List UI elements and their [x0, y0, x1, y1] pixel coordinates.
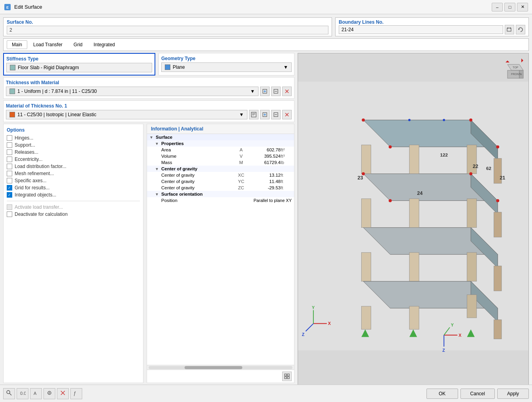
thickness-new-btn[interactable] [260, 87, 270, 96]
option-eccentricity-label: Eccentricity... [15, 157, 42, 162]
tree-area-row: Area A 602.78 ft² [147, 147, 294, 153]
close-button[interactable]: ✕ [517, 3, 528, 11]
thickness-dropdown[interactable]: 1 - Uniform | d : 7.874 in | 11 - C25/30… [6, 87, 258, 96]
tree-expand-surface[interactable]: ▼ [149, 135, 156, 140]
option-grid-results: ✓ Grid for results... [7, 184, 140, 191]
bottom-tool-number[interactable]: 0.0 [17, 388, 28, 399]
option-support-checkbox[interactable] [7, 142, 12, 148]
option-eccentricity: Eccentricity... [7, 156, 140, 163]
option-deactivate-checkbox[interactable] [7, 211, 12, 217]
tree-volume-value: 395.524 [249, 154, 281, 159]
info-header: Information | Analytical [147, 124, 294, 134]
material-info-btn[interactable] [249, 110, 258, 119]
tree-area-unit: ft² [281, 147, 292, 152]
tree-volume-key: V [233, 154, 249, 159]
option-specific-axes-checkbox[interactable] [7, 178, 12, 183]
svg-rect-69 [494, 320, 502, 339]
material-new-btn[interactable] [260, 110, 270, 119]
thickness-delete-btn[interactable] [282, 87, 292, 96]
tree-cgz-unit: ft [281, 185, 292, 190]
bottom-tool-function[interactable]: ƒ [70, 388, 82, 399]
option-releases-checkbox[interactable] [7, 149, 12, 155]
svg-text:A: A [34, 391, 37, 396]
material-edit-btn[interactable] [271, 110, 281, 119]
scroll-thumb [185, 366, 242, 369]
svg-text:Y: Y [451, 323, 454, 327]
tree-volume-unit: ft³ [281, 154, 292, 159]
svg-rect-42 [467, 253, 477, 281]
option-eccentricity-checkbox[interactable] [7, 157, 12, 162]
info-grid-icon-btn[interactable] [282, 372, 292, 381]
option-load-dist-checkbox[interactable] [7, 164, 12, 169]
thickness-edit-btn[interactable] [271, 87, 281, 96]
tree-area-key: A [233, 147, 249, 152]
tree-expand-cg[interactable]: ▼ [155, 167, 161, 171]
svg-marker-5 [519, 28, 520, 30]
option-releases: Releases... [7, 149, 140, 156]
geometry-dropdown[interactable]: Plane ▼ [161, 62, 292, 72]
option-mesh-ref-checkbox[interactable] [7, 171, 12, 176]
app-icon: E [4, 4, 11, 11]
tree-properties-row: ▼ Properties [147, 140, 294, 147]
navigation-cube[interactable]: TOP FRONT R [502, 57, 525, 80]
tree-orientation-section-row: ▼ Surface orientation [147, 191, 294, 197]
surface-no-section: Surface No. [3, 17, 332, 36]
geometry-value-text: Plane [173, 64, 283, 70]
tab-integrated[interactable]: Integrated [89, 40, 120, 49]
boundary-refresh-icon[interactable] [516, 25, 525, 34]
svg-rect-48 [409, 253, 419, 281]
tree-expand-properties[interactable]: ▼ [155, 142, 161, 146]
option-hinges-checkbox[interactable] [7, 135, 12, 141]
svg-rect-26 [285, 377, 287, 379]
option-activate-load: Activate load transfer... [7, 204, 140, 211]
bottom-tool-search[interactable] [3, 388, 15, 399]
geometry-section: Geometry Type Plane ▼ [158, 53, 294, 75]
option-grid-results-checkbox[interactable]: ✓ [7, 185, 12, 191]
bottom-tool-delete[interactable] [57, 388, 69, 399]
material-dropdown[interactable]: 11 - C25/30 | Isotropic | Linear Elastic… [6, 110, 247, 119]
info-tree: ▼ Surface ▼ Properties Area A 602.78 [147, 134, 294, 365]
surface-no-input[interactable] [7, 26, 328, 34]
tab-load-transfer[interactable]: Load Transfer [28, 40, 68, 49]
material-delete-btn[interactable] [282, 110, 292, 119]
tab-grid[interactable]: Grid [68, 40, 88, 49]
apply-button[interactable]: Apply [497, 389, 529, 399]
cancel-button[interactable]: Cancel [460, 389, 495, 399]
svg-point-56 [389, 199, 392, 202]
tree-cgy-unit: ft [281, 179, 292, 184]
boundary-select-icon[interactable] [505, 25, 514, 34]
ok-button[interactable]: OK [426, 389, 458, 399]
svg-rect-13 [251, 112, 256, 117]
svg-text:22: 22 [473, 164, 478, 169]
option-load-dist-label: Load distribution factor... [15, 164, 66, 169]
tree-volume-row: Volume V 395.524 ft³ [147, 153, 294, 159]
tree-orientation-section-label: Surface orientation [161, 192, 203, 196]
svg-text:E: E [6, 6, 9, 9]
minimize-button[interactable]: – [492, 3, 503, 11]
option-specific-axes-label: Specific axes... [15, 178, 47, 183]
thickness-row: 1 - Uniform | d : 7.874 in | 11 - C25/30… [6, 87, 292, 96]
svg-rect-68 [467, 295, 477, 318]
svg-point-51 [496, 145, 499, 149]
tree-expand-orientation[interactable]: ▼ [155, 192, 161, 196]
option-integrated-checkbox[interactable]: ✓ [7, 192, 12, 198]
maximize-button[interactable]: □ [504, 3, 515, 11]
svg-rect-37 [361, 145, 371, 174]
svg-text:X: X [458, 333, 462, 338]
thickness-label: Thickness with Material [6, 80, 292, 85]
option-deactivate: Deactivate for calculation [7, 211, 140, 218]
boundary-lines-input[interactable] [339, 25, 503, 34]
material-label: Material of Thickness No. 1 [6, 103, 292, 109]
tree-properties-label: Properties [161, 141, 184, 146]
bottom-tool-label[interactable]: A [30, 388, 42, 399]
bottom-tool-view[interactable] [43, 388, 55, 399]
tab-main[interactable]: Main [7, 40, 27, 49]
option-activate-load-label: Activate load transfer... [15, 204, 63, 210]
middle-area: Stiffness Type Floor Slab - Rigid Diaphr… [3, 53, 529, 399]
svg-text:Y: Y [312, 305, 315, 310]
svg-rect-45 [494, 266, 502, 291]
window-title: Edit Surface [14, 4, 492, 10]
svg-text:24: 24 [417, 191, 423, 196]
info-scrollbar[interactable] [147, 365, 294, 370]
stiffness-value[interactable]: Floor Slab - Rigid Diaphragm [6, 63, 152, 72]
